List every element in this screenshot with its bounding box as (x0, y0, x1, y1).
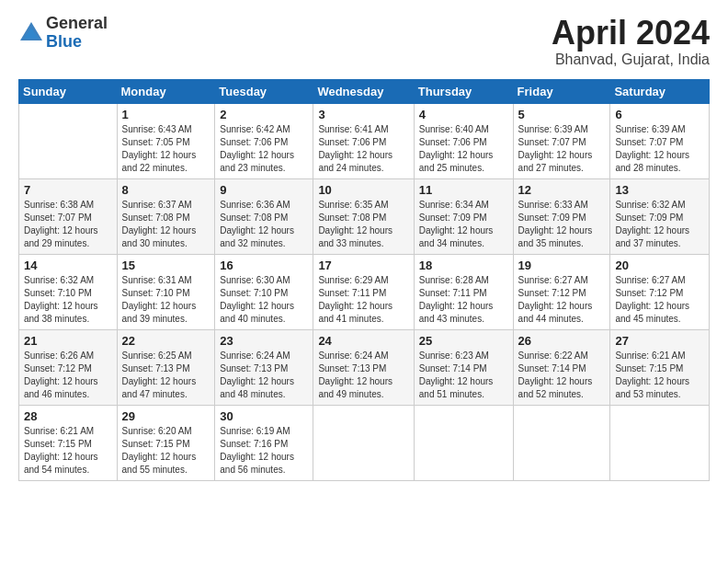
table-row (19, 103, 118, 178)
day-number: 26 (518, 334, 606, 348)
day-number: 21 (24, 334, 112, 348)
cell-content: Sunrise: 6:23 AMSunset: 7:14 PMDaylight:… (419, 350, 508, 401)
logo-text: General Blue (46, 15, 108, 52)
cell-content: Sunrise: 6:40 AMSunset: 7:06 PMDaylight:… (419, 123, 508, 175)
table-row: 4Sunrise: 6:40 AMSunset: 7:06 PMDaylight… (414, 103, 513, 178)
col-wednesday: Wednesday (313, 79, 414, 103)
table-row (513, 405, 610, 480)
day-number: 24 (318, 334, 408, 348)
day-number: 3 (318, 108, 408, 121)
day-number: 1 (122, 108, 210, 121)
table-row: 16Sunrise: 6:30 AMSunset: 7:10 PMDayligh… (215, 254, 313, 329)
table-row: 29Sunrise: 6:20 AMSunset: 7:15 PMDayligh… (117, 405, 215, 480)
table-row: 13Sunrise: 6:32 AMSunset: 7:09 PMDayligh… (610, 178, 710, 254)
day-number: 5 (518, 108, 606, 121)
cell-content: Sunrise: 6:27 AMSunset: 7:12 PMDaylight:… (518, 274, 606, 326)
cell-content: Sunrise: 6:21 AMSunset: 7:15 PMDaylight:… (615, 350, 704, 401)
cell-content: Sunrise: 6:19 AMSunset: 7:16 PMDaylight:… (220, 425, 308, 477)
table-row: 19Sunrise: 6:27 AMSunset: 7:12 PMDayligh… (513, 254, 610, 329)
day-number: 23 (220, 334, 308, 348)
calendar-week-4: 21Sunrise: 6:26 AMSunset: 7:12 PMDayligh… (19, 329, 710, 405)
header: General Blue April 2024 Bhanvad, Gujarat… (18, 15, 710, 68)
table-row: 26Sunrise: 6:22 AMSunset: 7:14 PMDayligh… (513, 329, 610, 405)
table-row: 5Sunrise: 6:39 AMSunset: 7:07 PMDaylight… (513, 103, 610, 178)
day-number: 12 (518, 183, 606, 197)
day-number: 14 (24, 259, 112, 272)
table-row: 22Sunrise: 6:25 AMSunset: 7:13 PMDayligh… (117, 329, 215, 405)
day-number: 27 (615, 334, 704, 348)
col-monday: Monday (117, 79, 215, 103)
cell-content: Sunrise: 6:32 AMSunset: 7:10 PMDaylight:… (24, 274, 112, 326)
col-saturday: Saturday (610, 79, 710, 103)
day-number: 30 (220, 409, 308, 423)
cell-content: Sunrise: 6:38 AMSunset: 7:07 PMDaylight:… (24, 199, 112, 250)
table-row: 15Sunrise: 6:31 AMSunset: 7:10 PMDayligh… (117, 254, 215, 329)
table-row: 2Sunrise: 6:42 AMSunset: 7:06 PMDaylight… (215, 103, 313, 178)
day-number: 13 (615, 183, 704, 197)
col-sunday: Sunday (19, 79, 118, 103)
cell-content: Sunrise: 6:22 AMSunset: 7:14 PMDaylight:… (518, 350, 606, 401)
cell-content: Sunrise: 6:31 AMSunset: 7:10 PMDaylight:… (122, 274, 210, 326)
cell-content: Sunrise: 6:24 AMSunset: 7:13 PMDaylight:… (318, 350, 408, 401)
cell-content: Sunrise: 6:39 AMSunset: 7:07 PMDaylight:… (518, 123, 606, 175)
cell-content: Sunrise: 6:42 AMSunset: 7:06 PMDaylight:… (220, 123, 308, 175)
table-row (610, 405, 710, 480)
table-row: 20Sunrise: 6:27 AMSunset: 7:12 PMDayligh… (610, 254, 710, 329)
cell-content: Sunrise: 6:29 AMSunset: 7:11 PMDaylight:… (318, 274, 408, 326)
calendar-table: Sunday Monday Tuesday Wednesday Thursday… (18, 79, 710, 481)
table-row: 27Sunrise: 6:21 AMSunset: 7:15 PMDayligh… (610, 329, 710, 405)
day-number: 6 (615, 108, 704, 121)
cell-content: Sunrise: 6:27 AMSunset: 7:12 PMDaylight:… (615, 274, 704, 326)
table-row: 24Sunrise: 6:24 AMSunset: 7:13 PMDayligh… (313, 329, 414, 405)
day-number: 28 (24, 409, 112, 423)
cell-content: Sunrise: 6:43 AMSunset: 7:05 PMDaylight:… (122, 123, 210, 175)
table-row (414, 405, 513, 480)
table-row: 9Sunrise: 6:36 AMSunset: 7:08 PMDaylight… (215, 178, 313, 254)
table-row: 6Sunrise: 6:39 AMSunset: 7:07 PMDaylight… (610, 103, 710, 178)
table-row: 7Sunrise: 6:38 AMSunset: 7:07 PMDaylight… (19, 178, 118, 254)
cell-content: Sunrise: 6:26 AMSunset: 7:12 PMDaylight:… (24, 350, 112, 401)
calendar-week-5: 28Sunrise: 6:21 AMSunset: 7:15 PMDayligh… (19, 405, 710, 480)
logo-icon (18, 20, 44, 46)
day-number: 7 (24, 183, 112, 197)
cell-content: Sunrise: 6:21 AMSunset: 7:15 PMDaylight:… (24, 425, 112, 477)
cell-content: Sunrise: 6:36 AMSunset: 7:08 PMDaylight:… (220, 199, 308, 250)
table-row: 11Sunrise: 6:34 AMSunset: 7:09 PMDayligh… (414, 178, 513, 254)
title-area: April 2024 Bhanvad, Gujarat, India (552, 15, 710, 68)
table-row: 3Sunrise: 6:41 AMSunset: 7:06 PMDaylight… (313, 103, 414, 178)
day-number: 2 (220, 108, 308, 121)
calendar-week-2: 7Sunrise: 6:38 AMSunset: 7:07 PMDaylight… (19, 178, 710, 254)
day-number: 18 (419, 259, 508, 272)
month-title: April 2024 (552, 15, 710, 52)
table-row: 21Sunrise: 6:26 AMSunset: 7:12 PMDayligh… (19, 329, 118, 405)
table-row (313, 405, 414, 480)
cell-content: Sunrise: 6:24 AMSunset: 7:13 PMDaylight:… (220, 350, 308, 401)
table-row: 30Sunrise: 6:19 AMSunset: 7:16 PMDayligh… (215, 405, 313, 480)
cell-content: Sunrise: 6:32 AMSunset: 7:09 PMDaylight:… (615, 199, 704, 250)
calendar-header-row: Sunday Monday Tuesday Wednesday Thursday… (19, 79, 710, 103)
col-friday: Friday (513, 79, 610, 103)
cell-content: Sunrise: 6:34 AMSunset: 7:09 PMDaylight:… (419, 199, 508, 250)
day-number: 16 (220, 259, 308, 272)
day-number: 9 (220, 183, 308, 197)
calendar-week-1: 1Sunrise: 6:43 AMSunset: 7:05 PMDaylight… (19, 103, 710, 178)
day-number: 10 (318, 183, 408, 197)
day-number: 8 (122, 183, 210, 197)
cell-content: Sunrise: 6:33 AMSunset: 7:09 PMDaylight:… (518, 199, 606, 250)
calendar-page: General Blue April 2024 Bhanvad, Gujarat… (0, 0, 728, 490)
logo-blue: Blue (46, 33, 108, 52)
cell-content: Sunrise: 6:28 AMSunset: 7:11 PMDaylight:… (419, 274, 508, 326)
day-number: 22 (122, 334, 210, 348)
table-row: 12Sunrise: 6:33 AMSunset: 7:09 PMDayligh… (513, 178, 610, 254)
day-number: 29 (122, 409, 210, 423)
day-number: 11 (419, 183, 508, 197)
cell-content: Sunrise: 6:35 AMSunset: 7:08 PMDaylight:… (318, 199, 408, 250)
cell-content: Sunrise: 6:37 AMSunset: 7:08 PMDaylight:… (122, 199, 210, 250)
cell-content: Sunrise: 6:25 AMSunset: 7:13 PMDaylight:… (122, 350, 210, 401)
day-number: 25 (419, 334, 508, 348)
logo-general: General (46, 15, 108, 33)
logo: General Blue (18, 15, 108, 52)
table-row: 17Sunrise: 6:29 AMSunset: 7:11 PMDayligh… (313, 254, 414, 329)
table-row: 1Sunrise: 6:43 AMSunset: 7:05 PMDaylight… (117, 103, 215, 178)
table-row: 14Sunrise: 6:32 AMSunset: 7:10 PMDayligh… (19, 254, 118, 329)
